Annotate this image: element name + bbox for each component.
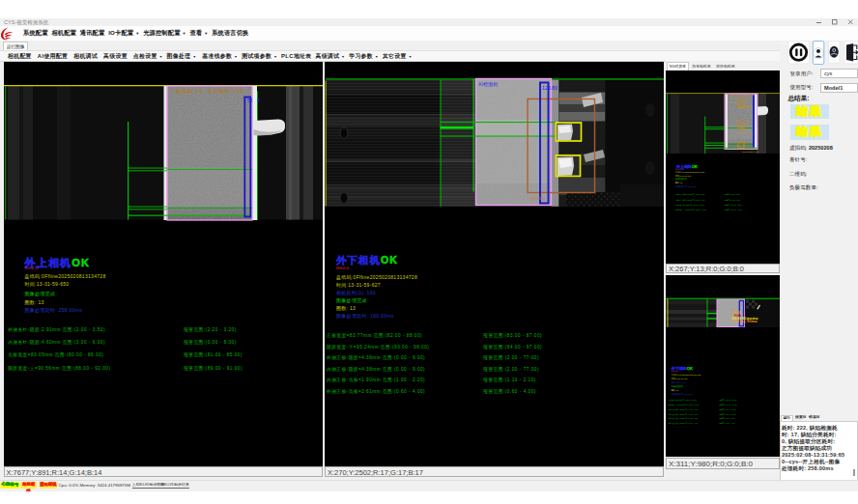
svg-text:外侧正极-负极=2.61mm 范围:(0.60 - 4.00: 外侧正极-负极=2.61mm 范围:(0.60 - 4.00): [327, 387, 425, 394]
svg-text:2.91 OK 值.48: 2.91 OK 值.48: [737, 106, 753, 109]
svg-text:报警范围:(89.00 - 91.00): 报警范围:(89.00 - 91.00): [183, 364, 243, 371]
svg-text:隔膜宽度-下=95.24mm 范围:(93.00 - 98.: 隔膜宽度-下=95.24mm 范围:(93.00 - 98.00): [327, 344, 429, 350]
svg-text:NG:0:0: NG:0:0: [672, 370, 679, 373]
svg-text:图像处理耗时: 256.00ms: 图像处理耗时: 256.00ms: [675, 183, 697, 187]
svg-text:圈数: 13: 圈数: 13: [24, 298, 43, 304]
svg-text:相机耗时(1): 160: 相机耗时(1): 160: [672, 381, 687, 384]
svg-text:报警范围:(2.20 - 3.20): 报警范围:(2.20 - 3.20): [183, 326, 237, 333]
svg-text:4.60 OK 2.0: 4.60 OK 2.0: [735, 130, 748, 133]
svg-text:报警范围:(94.00 - 97.00): 报警范围:(94.00 - 97.00): [482, 343, 542, 350]
svg-text:报警范围:(2.00 - 77.00): 报警范围:(2.00 - 77.00): [719, 407, 736, 410]
svg-text:报警范围:(94.00 - 97.00): 报警范围:(94.00 - 97.00): [719, 403, 737, 406]
svg-text:外侧正极-隔膜=4.38mm 范围:(0.00 - 9.00: 外侧正极-隔膜=4.38mm 范围:(0.00 - 9.00): [327, 354, 425, 361]
svg-text:图像处理耗时: 258.00ms: 图像处理耗时: 258.00ms: [24, 307, 82, 314]
svg-text:NG:0:11: NG:0:11: [24, 266, 39, 270]
svg-text:13.80 错位 NG特别: 13.80 错位 NG特别: [731, 320, 758, 323]
svg-text:时间:13-31-59-627: 时间:13-31-59-627: [336, 281, 381, 288]
svg-text:圈数: 13: 圈数: 13: [336, 304, 356, 310]
svg-text:盘纸码:0Ffline2025020813134728: 盘纸码:0Ffline2025020813134728: [672, 374, 701, 377]
svg-text:外侧正极-隔膜=4.38mm 范围:(0.00 - 9.00: 外侧正极-隔膜=4.38mm 范围:(0.00 - 9.00): [668, 407, 699, 410]
svg-text:内侧正极-负极=1.90mm 范围:(1.00 - 2.20: 内侧正极-负极=1.90mm 范围:(1.00 - 2.20): [327, 378, 425, 383]
svg-text:图像处理完成: 图像处理完成: [24, 291, 55, 297]
svg-text:13.8 13.8: 13.8 13.8: [529, 197, 544, 201]
svg-text:123.80 NG伸出特别: 123.80 NG伸出特别: [731, 317, 758, 321]
svg-text:隔膜宽度-上=90.56mm 范围:(88.00 - 92.: 隔膜宽度-上=90.56mm 范围:(88.00 - 92.00): [8, 365, 110, 371]
svg-text:报警范围:(83.00 - 87.00): 报警范围:(83.00 - 87.00): [482, 332, 542, 339]
svg-text:报警范围:(0.00 - 8.00): 报警范围:(0.00 - 8.00): [183, 338, 237, 345]
svg-text:内侧正极-隔膜=4.38mm 范围:(0.00 - 9.00: 内侧正极-隔膜=4.38mm 范围:(0.00 - 9.00): [327, 366, 425, 372]
svg-text:AI检测框: AI检测框: [478, 81, 499, 88]
svg-text:图像处理完成: 图像处理完成: [675, 177, 687, 181]
svg-text:报警范围:(0.60 - 4.00): 报警范围:(0.60 - 4.00): [719, 422, 735, 425]
svg-text:报警范围:(0.60 - 4.00): 报警范围:(0.60 - 4.00): [482, 387, 536, 394]
svg-text:报警范围:(2.20 - 3.20): 报警范围:(2.20 - 3.20): [725, 193, 741, 196]
svg-text:图像处理耗时: 160.00ms: 图像处理耗时: 160.00ms: [336, 312, 394, 319]
svg-text:圈数: 13: 圈数: 13: [672, 389, 679, 392]
svg-text:时间:13-31-59-650: 时间:13-31-59-650: [675, 174, 692, 177]
svg-text:图像处理完成: 图像处理完成: [336, 296, 367, 303]
svg-text:相机耗时(1): 160: 相机耗时(1): 160: [336, 289, 376, 295]
svg-text:下面阈值:93, 动态阈值:100: 下面阈值:93, 动态阈值:100: [170, 87, 243, 94]
svg-text:报警范围:(0.00 - 8.00): 报警范围:(0.00 - 8.00): [725, 198, 741, 201]
svg-text:报警范围:(1.10 - 2.10): 报警范围:(1.10 - 2.10): [719, 417, 735, 420]
svg-text:图像处理完成: 图像处理完成: [672, 384, 683, 388]
svg-text:负极宽度=83.05mm 范围:(80.00 - 86.00: 负极宽度=83.05mm 范围:(80.00 - 86.00): [675, 203, 705, 206]
svg-text:时间:13-31-59-650: 时间:13-31-59-650: [24, 281, 69, 288]
svg-text:报警范围:(89.00 - 91.00): 报警范围:(89.00 - 91.00): [725, 209, 743, 211]
svg-text:内侧卷针-隔膜:4.60mm 范围:(3.00 - 6.00: 内侧卷针-隔膜:4.60mm 范围:(3.00 - 6.00): [675, 198, 705, 201]
svg-text:隔膜宽度-上=90.56mm 范围:(88.00 - 92.: 隔膜宽度-上=90.56mm 范围:(88.00 - 92.00): [675, 209, 707, 211]
svg-text:报警范围:(2.00 - 77.00): 报警范围:(2.00 - 77.00): [482, 365, 539, 372]
svg-text:时间:13-31-59-627: 时间:13-31-59-627: [672, 378, 688, 380]
svg-text:外侧卷针-隔膜:2.91mm 范围:(2.00 - 3.50: 外侧卷针-隔膜:2.91mm 范围:(2.00 - 3.50): [675, 193, 705, 196]
svg-text:183.05 OK 90.5: 183.05 OK 90.5: [742, 150, 758, 153]
svg-text:报警范围:(81.00 - 85.00): 报警范围:(81.00 - 85.00): [725, 203, 743, 206]
svg-text:盘纸码:0Ffline2025020813134728: 盘纸码:0Ffline2025020813134728: [24, 273, 105, 280]
svg-text:隔膜宽度-下=95.24mm 范围:(93.00 - 98.: 隔膜宽度-下=95.24mm 范围:(93.00 - 98.00): [668, 403, 700, 406]
svg-text:123.80: 123.80: [542, 85, 558, 91]
svg-text:外侧正极-负极=2.61mm 范围:(0.60 - 4.00: 外侧正极-负极=2.61mm 范围:(0.60 - 4.00): [668, 422, 699, 425]
svg-text:盘纸码:0Ffline2025020813134728: 盘纸码:0Ffline2025020813134728: [336, 273, 417, 280]
svg-text:内侧正极-负极=1.90mm 范围:(1.00 - 2.20: 内侧正极-负极=1.90mm 范围:(1.00 - 2.20): [668, 417, 699, 420]
svg-text:外侧卷针-隔膜:2.91mm 范围:(2.00 - 3.50: 外侧卷针-隔膜:2.91mm 范围:(2.00 - 3.50): [8, 326, 105, 333]
svg-text:内侧正极-隔膜=4.38mm 范围:(0.00 - 9.00: 内侧正极-隔膜=4.38mm 范围:(0.00 - 9.00): [668, 412, 699, 415]
svg-text:内侧卷针-隔膜:4.60mm 范围:(3.00 - 6.00: 内侧卷针-隔膜:4.60mm 范围:(3.00 - 6.00): [8, 338, 105, 345]
svg-text:NG:0:0: NG:0:0: [336, 266, 349, 270]
svg-text:报警范围:(2.00 - 77.00): 报警范围:(2.00 - 77.00): [482, 354, 539, 361]
svg-text:报警范围:(81.00 - 85.00): 报警范围:(81.00 - 85.00): [183, 351, 243, 358]
svg-text:报警范围:(83.00 - 87.00): 报警范围:(83.00 - 87.00): [719, 398, 737, 401]
svg-text:正极宽度=83.77mm 范围:(82.00 - 88.00: 正极宽度=83.77mm 范围:(82.00 - 88.00): [326, 333, 422, 339]
svg-text:报警范围:(2.00 - 77.00): 报警范围:(2.00 - 77.00): [719, 412, 736, 415]
svg-text:正极宽度=83.77mm 范围:(82.00 - 88.00: 正极宽度=83.77mm 范围:(82.00 - 88.00): [668, 398, 698, 401]
svg-text:外下相机OK: 外下相机OK: [335, 254, 398, 266]
svg-text:图像处理耗时: 160.00ms: 图像处理耗时: 160.00ms: [672, 392, 693, 396]
svg-text:盘纸码:0Ffline2025020813134728: 盘纸码:0Ffline2025020813134728: [675, 171, 705, 174]
svg-text:报警范围:(1.10 - 2.10): 报警范围:(1.10 - 2.10): [482, 377, 536, 383]
svg-text:负极宽度=83.05mm 范围:(80.00 - 86.00: 负极宽度=83.05mm 范围:(80.00 - 86.00): [8, 352, 103, 358]
